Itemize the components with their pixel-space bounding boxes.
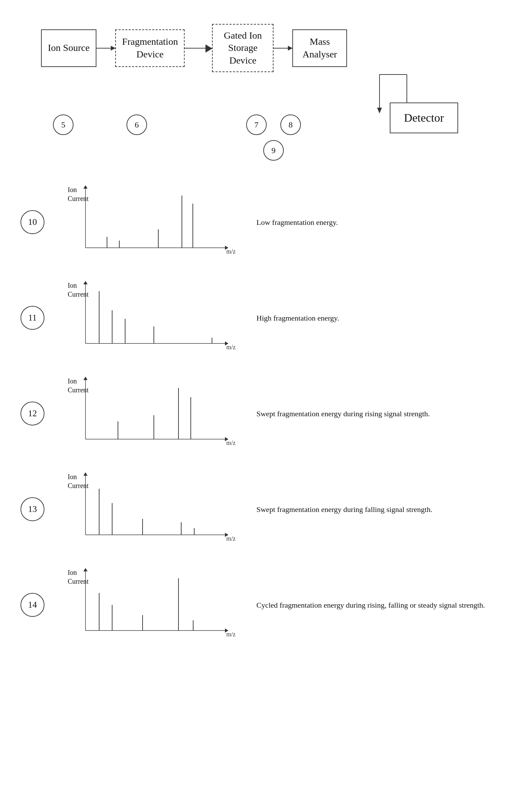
block-diagram: Ion Source FragmentationDevice Gated Ion… bbox=[21, 14, 485, 171]
circle-5: 5 bbox=[53, 114, 74, 135]
chart-svg-10: m/z bbox=[58, 185, 236, 260]
svg-marker-16 bbox=[83, 281, 88, 284]
svg-text:m/z: m/z bbox=[226, 631, 236, 638]
svg-marker-35 bbox=[83, 472, 88, 476]
chart-row-13: 13 IonCurrent m/z Swept fragmentation en… bbox=[21, 472, 485, 547]
chart-label-11: High fragmentation energy. bbox=[256, 312, 485, 324]
circle-6: 6 bbox=[126, 114, 147, 135]
chart-num-13: 13 bbox=[21, 497, 44, 521]
chart-num-11: 11 bbox=[21, 306, 44, 330]
chart-svg-12: m/z bbox=[58, 376, 236, 451]
charts-section: 10 IonCurrent m/z bbox=[21, 185, 485, 642]
svg-marker-45 bbox=[83, 568, 88, 571]
chart-svg-11: m/z bbox=[58, 280, 236, 355]
circle-5-label: 5 bbox=[61, 120, 65, 130]
chart-label-13: Swept fragmentation energy during fallin… bbox=[256, 504, 485, 515]
svg-text:m/z: m/z bbox=[226, 439, 236, 446]
detector-box: Detector bbox=[390, 103, 458, 133]
chart-label-14: Cycled fragmentation energy during risin… bbox=[256, 599, 485, 611]
chart-num-12: 12 bbox=[21, 402, 44, 425]
chart-12: IonCurrent m/z bbox=[58, 376, 236, 451]
svg-text:m/z: m/z bbox=[226, 344, 236, 351]
circle-6-label: 6 bbox=[135, 120, 139, 130]
chart-14: IonCurrent m/z bbox=[58, 567, 236, 642]
svg-text:m/z: m/z bbox=[226, 248, 236, 255]
svg-text:m/z: m/z bbox=[226, 535, 236, 542]
chart-num-14: 14 bbox=[21, 593, 44, 617]
circle-8-label: 8 bbox=[289, 120, 293, 130]
chart-svg-13: m/z bbox=[58, 472, 236, 547]
connector-svg bbox=[21, 24, 485, 171]
svg-marker-26 bbox=[83, 377, 88, 380]
svg-marker-1 bbox=[377, 108, 382, 113]
chart-row-11: 11 IonCurrent m/z High fragmentation ene… bbox=[21, 280, 485, 355]
svg-marker-6 bbox=[83, 185, 88, 189]
chart-row-14: 14 IonCurrent m/z Cycled fragmentation e… bbox=[21, 567, 485, 642]
chart-label-10: Low fragmentation energy. bbox=[256, 217, 485, 228]
chart-label-12: Swept fragmentation energy during rising… bbox=[256, 408, 485, 419]
chart-row-10: 10 IonCurrent m/z bbox=[21, 185, 485, 260]
chart-row-12: 12 IonCurrent m/z Swept fragmentation en… bbox=[21, 376, 485, 451]
circle-9-label: 9 bbox=[271, 146, 276, 155]
chart-10: IonCurrent m/z bbox=[58, 185, 236, 260]
chart-11: IonCurrent m/z bbox=[58, 280, 236, 355]
circle-9: 9 bbox=[263, 140, 284, 161]
circle-7: 7 bbox=[246, 114, 267, 135]
chart-13: IonCurrent m/z bbox=[58, 472, 236, 547]
circle-8: 8 bbox=[280, 114, 301, 135]
chart-num-10: 10 bbox=[21, 210, 44, 234]
detector-label: Detector bbox=[404, 111, 444, 124]
circle-7-label: 7 bbox=[254, 120, 258, 130]
chart-svg-14: m/z bbox=[58, 567, 236, 642]
